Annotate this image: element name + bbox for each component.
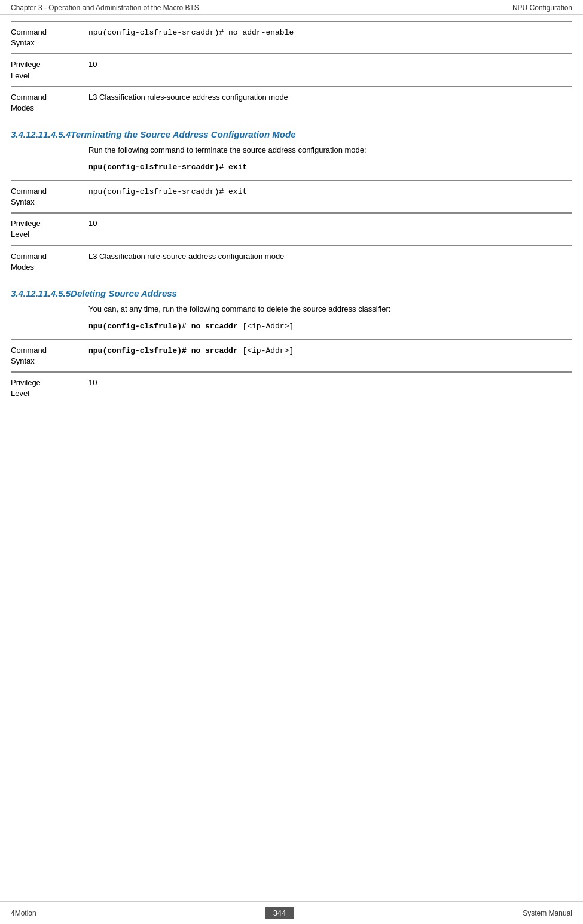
section1-body: Run the following command to terminate t… bbox=[88, 144, 572, 157]
value-privilege-level-1: 10 bbox=[88, 59, 572, 81]
header-right: NPU Configuration bbox=[512, 4, 572, 12]
table-row: CommandSyntax npu(config-clsfrule-srcadd… bbox=[11, 180, 572, 212]
table-row: CommandModes L3 Classification rule-sour… bbox=[11, 245, 572, 277]
section1-code: npu(config-clsfrule-srcaddr)# exit bbox=[88, 163, 572, 172]
table-row: PrivilegeLevel 10 bbox=[11, 53, 572, 86]
main-content: CommandSyntax npu(config-clsfrule-srcadd… bbox=[0, 15, 583, 452]
value-privilege-level-3: 10 bbox=[88, 377, 572, 399]
page-footer: 4Motion 344 System Manual bbox=[0, 901, 583, 924]
value-command-syntax-3: npu(config-clsfrule)# no srcaddr [<ip-Ad… bbox=[88, 345, 572, 367]
section-heading-2: 3.4.12.11.4.5.5Deleting Source Address bbox=[11, 288, 572, 298]
label-privilege-level-3: PrivilegeLevel bbox=[11, 377, 88, 399]
label-privilege-level-2: PrivilegeLevel bbox=[11, 218, 88, 240]
table-row: CommandModes L3 Classification rules-sou… bbox=[11, 86, 572, 118]
header-left: Chapter 3 - Operation and Administration… bbox=[11, 4, 199, 12]
value-command-modes-2: L3 Classification rule-source address co… bbox=[88, 251, 572, 273]
label-command-modes-1: CommandModes bbox=[11, 92, 88, 114]
section2-body: You can, at any time, run the following … bbox=[88, 303, 572, 316]
value-command-modes-1: L3 Classification rules-source address c… bbox=[88, 92, 572, 114]
table-row: PrivilegeLevel 10 bbox=[11, 371, 572, 404]
section2-code: npu(config-clsfrule)# no srcaddr [<ip-Ad… bbox=[88, 322, 572, 331]
footer-left: 4Motion bbox=[11, 909, 36, 917]
footer-page-number: 344 bbox=[265, 907, 295, 919]
section-heading-1: 3.4.12.11.4.5.4Terminating the Source Ad… bbox=[11, 129, 572, 139]
table-row: CommandSyntax npu(config-clsfrule)# no s… bbox=[11, 339, 572, 371]
label-privilege-level-1: PrivilegeLevel bbox=[11, 59, 88, 81]
table-row: PrivilegeLevel 10 bbox=[11, 212, 572, 245]
page-header: Chapter 3 - Operation and Administration… bbox=[0, 0, 583, 15]
footer-right: System Manual bbox=[523, 909, 572, 917]
label-command-syntax-3: CommandSyntax bbox=[11, 345, 88, 367]
value-command-syntax-1: npu(config-clsfrule-srcaddr)# no addr-en… bbox=[88, 27, 572, 48]
label-command-modes-2: CommandModes bbox=[11, 251, 88, 273]
label-command-syntax-1: CommandSyntax bbox=[11, 27, 88, 48]
value-privilege-level-2: 10 bbox=[88, 218, 572, 240]
value-command-syntax-2: npu(config-clsfrule-srcaddr)# exit bbox=[88, 186, 572, 208]
table-row: CommandSyntax npu(config-clsfrule-srcadd… bbox=[11, 21, 572, 53]
label-command-syntax-2: CommandSyntax bbox=[11, 186, 88, 208]
